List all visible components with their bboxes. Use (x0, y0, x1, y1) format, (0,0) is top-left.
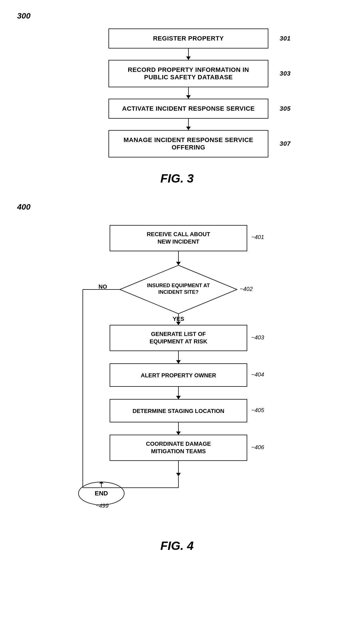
svg-text:NEW INCIDENT: NEW INCIDENT (158, 238, 200, 245)
svg-text:~406: ~406 (251, 444, 264, 450)
svg-text:~405: ~405 (251, 407, 264, 413)
arrow-303-305 (188, 87, 189, 99)
ref-307: 307 (280, 140, 291, 147)
ref-303: 303 (280, 70, 291, 77)
svg-marker-28 (176, 432, 181, 435)
arrow-301-303 (188, 48, 189, 60)
svg-text:ALERT PROPERTY OWNER: ALERT PROPERTY OWNER (141, 372, 216, 378)
svg-rect-29 (110, 435, 247, 461)
fig3-flowchart: REGISTER PROPERTY 301 RECORD PROPERTY IN… (17, 14, 337, 157)
fig4-section: 400 RECEIVE CALL ABOUT NEW INCIDENT ~401… (17, 202, 337, 553)
svg-text:RECEIVE CALL ABOUT: RECEIVE CALL ABOUT (147, 231, 210, 237)
svg-rect-13 (110, 325, 247, 351)
svg-rect-0 (110, 225, 247, 251)
svg-text:~499: ~499 (96, 503, 108, 509)
svg-text:MITIGATION TEAMS: MITIGATION TEAMS (151, 448, 206, 454)
step-307: MANAGE INCIDENT RESPONSE SERVICE OFFERIN… (108, 130, 268, 157)
svg-text:DETERMINE STAGING LOCATION: DETERMINE STAGING LOCATION (132, 408, 224, 414)
main-container: 300 REGISTER PROPERTY 301 RECORD PROPERT… (0, 0, 354, 581)
svg-marker-5 (176, 262, 181, 265)
svg-text:INSURED EQUIPMENT AT: INSURED EQUIPMENT AT (147, 283, 210, 288)
step-303: RECORD PROPERTY INFORMATION IN PUBLIC SA… (108, 60, 268, 87)
svg-marker-18 (176, 360, 181, 364)
svg-text:NO: NO (98, 283, 107, 290)
step-301: REGISTER PROPERTY 301 (108, 29, 268, 48)
ref-305: 305 (280, 105, 291, 112)
svg-text:GENERATE LIST OF: GENERATE LIST OF (151, 331, 206, 337)
svg-text:INCIDENT SITE?: INCIDENT SITE? (158, 289, 198, 295)
svg-text:~401: ~401 (251, 234, 264, 240)
svg-marker-23 (176, 396, 181, 399)
svg-marker-34 (176, 473, 181, 476)
svg-text:COORDINATE DAMAGE: COORDINATE DAMAGE (146, 441, 211, 447)
svg-marker-12 (176, 322, 181, 325)
arrow-305-307 (188, 119, 189, 130)
ref-301: 301 (280, 35, 291, 42)
svg-text:~403: ~403 (251, 334, 264, 341)
fig4-svg: RECEIVE CALL ABOUT NEW INCIDENT ~401 INS… (60, 220, 317, 533)
svg-text:~404: ~404 (251, 371, 264, 378)
step-305: ACTIVATE INCIDENT RESPONSE SERVICE 305 (108, 99, 268, 119)
fig3-section: 300 REGISTER PROPERTY 301 RECORD PROPERT… (17, 11, 337, 185)
svg-text:EQUIPMENT AT RISK: EQUIPMENT AT RISK (150, 338, 208, 345)
fig3-caption: FIG. 3 (17, 172, 337, 185)
fig3-diagram-label: 300 (17, 11, 31, 21)
svg-text:END: END (95, 490, 108, 497)
svg-text:~402: ~402 (240, 286, 253, 292)
fig4-caption: FIG. 4 (17, 539, 337, 553)
